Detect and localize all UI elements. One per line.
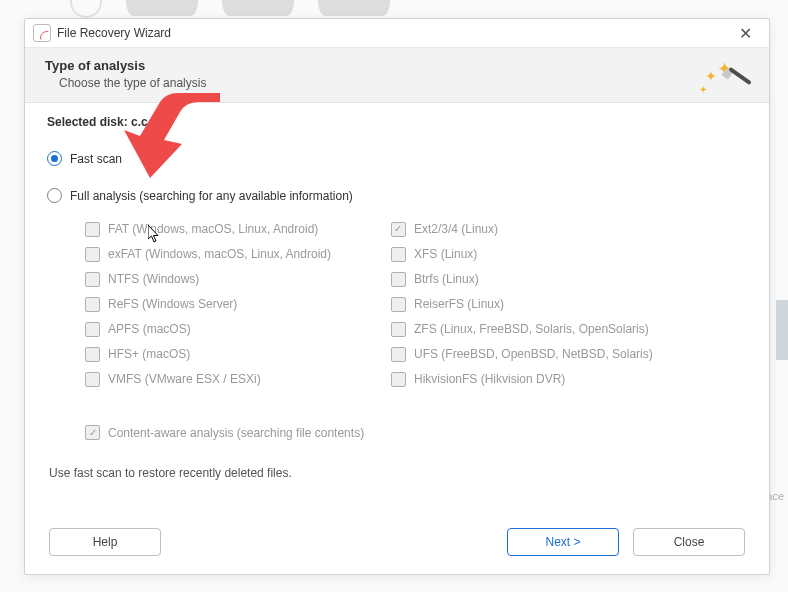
fs-label: Btrfs (Linux) <box>414 272 479 286</box>
radio-full-analysis[interactable]: Full analysis (searching for any availab… <box>47 188 747 203</box>
checkbox-icon <box>85 272 100 287</box>
fs-option-hfsplus[interactable]: HFS+ (macOS) <box>85 346 331 362</box>
checkbox-icon <box>85 322 100 337</box>
fs-label: XFS (Linux) <box>414 247 477 261</box>
radio-icon <box>47 188 62 203</box>
checkbox-icon <box>391 272 406 287</box>
close-button[interactable]: Close <box>633 528 745 556</box>
window-title: File Recovery Wizard <box>57 26 171 40</box>
hint-text: Use fast scan to restore recently delete… <box>49 466 747 480</box>
checkbox-icon <box>85 247 100 262</box>
wizard-header: Type of analysis Choose the type of anal… <box>25 47 769 103</box>
fs-column-right: Ext2/3/4 (Linux) XFS (Linux) Btrfs (Linu… <box>391 213 653 387</box>
content-aware-label: Content-aware analysis (searching file c… <box>108 426 364 440</box>
fs-label: exFAT (Windows, macOS, Linux, Android) <box>108 247 331 261</box>
disk-icon <box>126 0 198 16</box>
fs-option-ntfs[interactable]: NTFS (Windows) <box>85 271 331 287</box>
checkbox-content-aware[interactable]: Content-aware analysis (searching file c… <box>85 425 747 440</box>
fs-label: HFS+ (macOS) <box>108 347 190 361</box>
fs-option-exfat[interactable]: exFAT (Windows, macOS, Linux, Android) <box>85 246 331 262</box>
checkbox-icon <box>391 222 406 237</box>
fs-column-left: FAT (Windows, macOS, Linux, Android) exF… <box>85 213 331 387</box>
checkbox-icon <box>391 372 406 387</box>
fs-option-zfs[interactable]: ZFS (Linux, FreeBSD, Solaris, OpenSolari… <box>391 321 653 337</box>
fs-option-fat[interactable]: FAT (Windows, macOS, Linux, Android) <box>85 221 331 237</box>
wizard-body: Selected disk: c.c (c) Fast scan Full an… <box>25 103 769 514</box>
checkbox-icon <box>85 297 100 312</box>
fs-label: VMFS (VMware ESX / ESXi) <box>108 372 261 386</box>
checkbox-icon <box>85 222 100 237</box>
checkbox-icon <box>85 347 100 362</box>
fs-option-hikvisionfs[interactable]: HikvisionFS (Hikvision DVR) <box>391 371 653 387</box>
app-icon <box>33 24 51 42</box>
checkbox-icon <box>391 297 406 312</box>
wizard-footer: Help Next > Close <box>25 514 769 574</box>
fs-option-ufs[interactable]: UFS (FreeBSD, OpenBSD, NetBSD, Solaris) <box>391 346 653 362</box>
background-stripe <box>776 300 788 360</box>
wizard-wand-icon: ✦ ✦ ✦ <box>699 54 753 98</box>
checkbox-icon <box>391 347 406 362</box>
disk-icon <box>70 0 102 18</box>
fs-option-vmfs[interactable]: VMFS (VMware ESX / ESXi) <box>85 371 331 387</box>
fs-option-xfs[interactable]: XFS (Linux) <box>391 246 653 262</box>
fs-label: ReFS (Windows Server) <box>108 297 237 311</box>
next-button[interactable]: Next > <box>507 528 619 556</box>
fs-label: UFS (FreeBSD, OpenBSD, NetBSD, Solaris) <box>414 347 653 361</box>
disk-icon <box>318 0 390 16</box>
close-icon[interactable]: ✕ <box>731 21 759 45</box>
fs-label: APFS (macOS) <box>108 322 191 336</box>
selected-disk-label: Selected disk: c.c (c) <box>47 115 747 129</box>
fs-label: ZFS (Linux, FreeBSD, Solaris, OpenSolari… <box>414 322 649 336</box>
help-button[interactable]: Help <box>49 528 161 556</box>
fs-label: Ext2/3/4 (Linux) <box>414 222 498 236</box>
fs-option-ext[interactable]: Ext2/3/4 (Linux) <box>391 221 653 237</box>
checkbox-icon <box>391 247 406 262</box>
fs-label: HikvisionFS (Hikvision DVR) <box>414 372 565 386</box>
fs-option-refs[interactable]: ReFS (Windows Server) <box>85 296 331 312</box>
filesystem-options: FAT (Windows, macOS, Linux, Android) exF… <box>85 213 747 387</box>
fs-label: ReiserFS (Linux) <box>414 297 504 311</box>
titlebar: File Recovery Wizard ✕ <box>25 19 769 47</box>
checkbox-icon <box>85 425 100 440</box>
fs-option-btrfs[interactable]: Btrfs (Linux) <box>391 271 653 287</box>
checkbox-icon <box>391 322 406 337</box>
page-subtitle: Choose the type of analysis <box>59 76 749 90</box>
fs-label: FAT (Windows, macOS, Linux, Android) <box>108 222 318 236</box>
radio-icon <box>47 151 62 166</box>
radio-label: Fast scan <box>70 152 122 166</box>
disk-icon <box>222 0 294 16</box>
checkbox-icon <box>85 372 100 387</box>
fs-option-reiserfs[interactable]: ReiserFS (Linux) <box>391 296 653 312</box>
fs-label: NTFS (Windows) <box>108 272 199 286</box>
fs-option-apfs[interactable]: APFS (macOS) <box>85 321 331 337</box>
radio-label: Full analysis (searching for any availab… <box>70 189 353 203</box>
wizard-dialog: File Recovery Wizard ✕ Type of analysis … <box>24 18 770 575</box>
radio-fast-scan[interactable]: Fast scan <box>47 151 747 166</box>
page-title: Type of analysis <box>45 58 749 73</box>
